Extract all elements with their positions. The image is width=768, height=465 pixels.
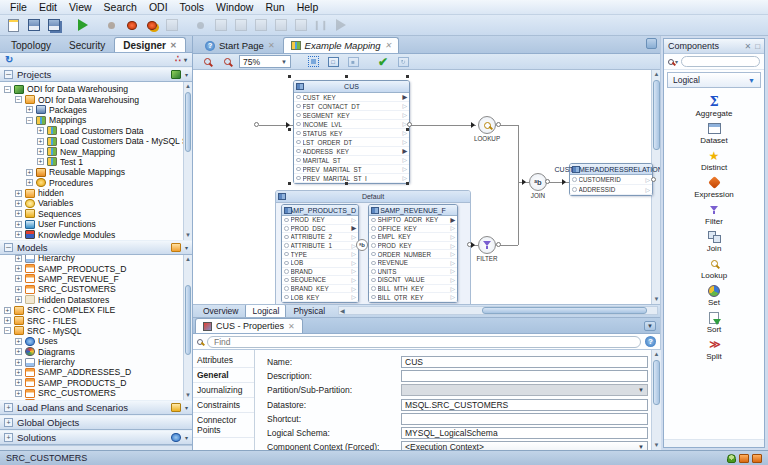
run-to-cursor-button[interactable] [292, 17, 309, 33]
expand-icon[interactable]: + [15, 190, 22, 197]
pause-button[interactable]: ❙❙ [312, 17, 329, 33]
step-dot-button[interactable] [192, 17, 209, 33]
tree-item[interactable]: −ODI for Data Warehousing [2, 84, 192, 94]
debug-button[interactable] [123, 17, 140, 33]
collapse-all-button[interactable]: ■ [345, 55, 361, 68]
component-aggregate[interactable]: ΣAggregate [664, 94, 764, 121]
attribute-row[interactable]: ADDRESSID▷ [570, 185, 652, 195]
editor-tab-example-mapping[interactable]: Example Mapping✕ [283, 37, 400, 53]
tree-item[interactable]: +hidden [2, 188, 192, 198]
attribute-row[interactable]: UNITS▷ [369, 268, 457, 277]
edit-run-config-button[interactable] [163, 17, 180, 33]
field-shortcut[interactable] [401, 413, 648, 425]
expand-icon[interactable]: + [26, 169, 33, 176]
expand-icon[interactable]: + [37, 127, 44, 134]
zoom-level-combo[interactable]: 75%▼ [239, 55, 291, 68]
attribute-row[interactable]: PROD_KEY▷ [369, 242, 457, 251]
component-expression[interactable]: Expression [664, 175, 764, 202]
tree-item[interactable]: +SAMP_ADDRESSES_D [2, 367, 192, 377]
datastore-customeraddressrelations[interactable]: CUSTOMERADDRESSRELATIONSCUSTOMERID▷ADDRE… [569, 163, 653, 196]
projects-scrollbar[interactable]: ▲ ▼ [183, 82, 192, 240]
tree-item[interactable]: +Packages [2, 105, 192, 115]
tree-item[interactable]: +SRC - COMPLEX FILE [2, 305, 192, 315]
attribute-row[interactable]: LOB_KEY▷ [282, 293, 358, 302]
help-icon[interactable]: ? [645, 336, 656, 347]
expand-icon[interactable]: + [15, 359, 22, 366]
tree-item[interactable]: +Knowledge Modules [2, 229, 192, 239]
attribute-row[interactable]: DISCNT_VALUE▷ [369, 276, 457, 285]
tree-item[interactable]: +SRC - FILES [2, 315, 192, 325]
properties-nav-journalizing[interactable]: Journalizing [193, 383, 254, 398]
output-connector-pin[interactable] [496, 242, 501, 247]
field-name[interactable]: CUS [401, 356, 648, 368]
menu-edit[interactable]: Edit [33, 1, 63, 13]
tree-item[interactable]: +Load Customers Data - MySQL Source [2, 136, 192, 146]
attribute-row[interactable]: ATTRIBUTE_1▷ [282, 242, 358, 251]
close-icon[interactable]: ✕ [268, 41, 275, 50]
run-button[interactable] [74, 17, 91, 33]
datastore-samp_revenue_f[interactable]: SAMP_REVENUE_FSHIPTO_ADDR_KEY▶OFFICE_KEY… [368, 204, 458, 303]
attribute-row[interactable]: BRAND_KEY▷ [282, 285, 358, 294]
tree-item[interactable]: +Sequences [2, 209, 192, 219]
attribute-row[interactable]: CUST_KEY▶ [294, 93, 409, 102]
section-header-load-plans-and-scenarios[interactable]: +Load Plans and Scenarios▾ [0, 400, 192, 415]
field-component-context-forced[interactable]: <Execution Context>▼ [401, 441, 648, 450]
output-connector-pin[interactable] [254, 122, 259, 127]
attribute-row[interactable]: FST_CONTACT_DT▷ [294, 102, 409, 111]
save-all-button[interactable] [45, 17, 62, 33]
section-icon[interactable] [171, 403, 181, 412]
save-button[interactable] [25, 17, 42, 33]
tree-item[interactable]: +SRC_CUSTOMERS [2, 284, 192, 294]
component-filter[interactable]: Filter [664, 202, 764, 229]
attribute-row[interactable]: SHIPTO_ADDR_KEY▶ [369, 216, 457, 225]
dataset-group-header[interactable]: Default [276, 191, 470, 203]
input-connector-pin[interactable] [286, 122, 290, 128]
inner-join-icon[interactable]: ᵃb [356, 239, 368, 251]
expand-icon[interactable]: + [15, 255, 22, 262]
section-header-solutions[interactable]: +Solutions▾ [0, 430, 192, 445]
view-tab-overview[interactable]: Overview [196, 304, 245, 317]
attribute-row[interactable]: BILL_QTR_KEY▷ [369, 293, 457, 302]
selection-handle[interactable] [406, 128, 409, 131]
selection-handle[interactable] [345, 75, 348, 78]
expand-icon[interactable]: + [15, 338, 22, 345]
tree-item[interactable]: +Reusable Mappings [2, 167, 192, 177]
attribute-row[interactable]: ORDER_NUMBER▷ [369, 250, 457, 259]
mapping-canvas[interactable]: ▲ ▼ CUSCUST_KEY▶FST_CONTACT_DT▷SEGMENT_K… [193, 70, 660, 305]
close-icon[interactable]: ✕ [288, 322, 295, 331]
properties-tab[interactable]: CUS - Properties ✕ [195, 318, 303, 333]
expand-icon[interactable]: + [15, 275, 22, 282]
menu-tools[interactable]: Tools [174, 1, 211, 13]
attribute-row[interactable]: PROD_KEY▷ [282, 216, 358, 225]
output-connector-pin[interactable] [407, 122, 412, 127]
expand-icon[interactable]: + [26, 179, 33, 186]
selection-handle[interactable] [288, 128, 291, 131]
editor-tab-start-page[interactable]: ?Start Page✕ [197, 37, 283, 53]
new-button[interactable] [5, 17, 22, 33]
section-menu-caret[interactable]: ▾ [185, 404, 188, 411]
close-icon[interactable]: ✕ [744, 42, 751, 51]
tree-item[interactable]: −ODI for Data Warehousing [2, 94, 192, 104]
collapse-icon[interactable]: − [4, 86, 11, 93]
properties-scrollbar[interactable]: ▲ ▼ [651, 350, 660, 450]
menu-run[interactable]: Run [259, 1, 290, 13]
tree-item[interactable]: +User Functions [2, 219, 192, 229]
tree-item[interactable]: +Hierarchy [2, 255, 192, 263]
input-connector-pin[interactable] [562, 179, 566, 185]
field-partition-sub-partition[interactable]: ▼ [401, 384, 648, 396]
menu-search[interactable]: Search [98, 1, 143, 13]
field-datastore[interactable]: MSQL.SRC_CUSTOMERS [401, 399, 648, 411]
tree-item[interactable]: +Test 1 [2, 157, 192, 167]
attribute-row[interactable]: INCOME_LVL▷ [294, 120, 409, 129]
validate-button[interactable]: ✔ [375, 55, 391, 68]
tab-designer[interactable]: Designer✕ [114, 37, 186, 52]
restore-window-button[interactable] [646, 38, 657, 49]
tree-item[interactable]: +Diagrams [2, 347, 192, 357]
expand-icon[interactable]: + [15, 379, 22, 386]
component-dataset[interactable]: Dataset [664, 121, 764, 148]
tree-item[interactable]: −Mappings [2, 115, 192, 125]
expand-icon[interactable]: + [4, 433, 13, 442]
step-out-button[interactable] [252, 17, 269, 33]
projects-menu-caret[interactable]: ▾ [185, 71, 188, 78]
close-icon[interactable]: ✕ [170, 41, 177, 50]
